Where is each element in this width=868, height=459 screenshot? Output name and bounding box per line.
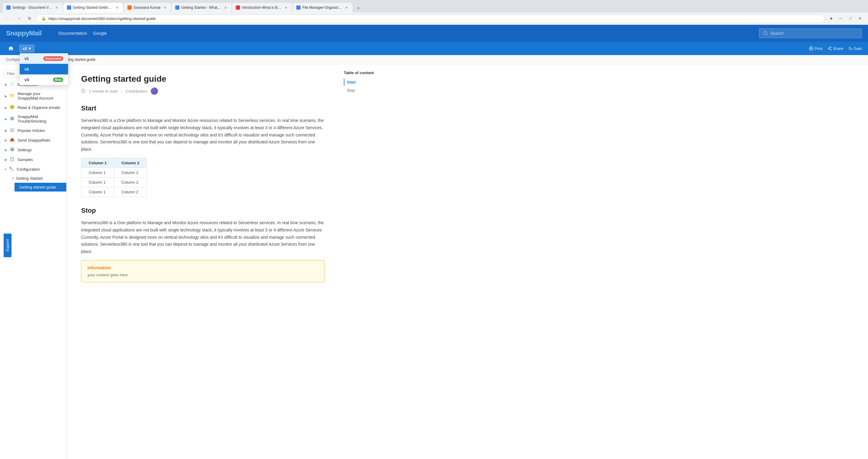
sidebar-item-getting-started[interactable]: ▾ Getting Started bbox=[7, 174, 66, 183]
browser-action-buttons: ★ — □ ✕ bbox=[827, 14, 864, 23]
tab-favicon bbox=[127, 5, 132, 10]
browser-tab-4[interactable]: Getting Started - What is Serv... ✕ bbox=[171, 2, 232, 12]
deprecated-badge: Deprecated bbox=[43, 56, 63, 61]
sidebar-item-getting-started-guide[interactable]: Getting started guide bbox=[14, 183, 66, 192]
contributors-label: Contributors bbox=[126, 89, 147, 94]
browser-tab-6[interactable]: File Manager-Organizing your f... ✕ bbox=[292, 2, 353, 12]
table-cell: Column 1 bbox=[82, 187, 114, 197]
info-box-title: Information bbox=[88, 265, 318, 270]
header-search[interactable]: Search bbox=[759, 28, 862, 38]
version-item-v2[interactable]: v2 bbox=[20, 64, 68, 74]
maximize-button[interactable]: □ bbox=[846, 14, 855, 23]
table-header-col2: Column 2 bbox=[114, 158, 147, 168]
logo-text: Snappy bbox=[6, 29, 29, 37]
sidebar-sub-configuration: ▾ Getting Started Getting started guide bbox=[0, 174, 66, 192]
section-stop-body: Serverless360 is a One platform to Manag… bbox=[81, 219, 324, 255]
config-icon: 🔧 bbox=[9, 166, 14, 172]
tab-close[interactable]: ✕ bbox=[115, 5, 120, 10]
tab-title: Getting Started - What is Serv... bbox=[181, 5, 221, 10]
tab-close[interactable]: ✕ bbox=[344, 5, 349, 10]
sidebar-label: SnappyMail TroubleShooting bbox=[18, 114, 61, 124]
tab-close[interactable]: ✕ bbox=[284, 5, 288, 10]
table-cell: Column 2 bbox=[114, 168, 147, 177]
refresh-button[interactable]: ↻ bbox=[25, 14, 34, 23]
dark-mode-button[interactable]: Dark bbox=[848, 46, 862, 51]
chevron-right-icon: ▶ bbox=[5, 83, 7, 86]
toc-item-stop[interactable]: Stop bbox=[344, 87, 389, 94]
toc-item-start[interactable]: Start bbox=[344, 79, 389, 86]
forward-button[interactable]: → bbox=[14, 14, 23, 23]
search-placeholder: Search bbox=[770, 31, 783, 36]
page-title: Getting started guide bbox=[81, 74, 324, 84]
print-icon bbox=[809, 46, 813, 51]
chevron-right-icon: ▶ bbox=[5, 106, 7, 109]
sidebar-label-active: Getting started guide bbox=[19, 185, 61, 189]
chevron-right-icon: ▶ bbox=[5, 158, 7, 161]
table-row: Column 1 Column 2 bbox=[82, 168, 147, 177]
chevron-down-icon: ▾ bbox=[5, 168, 6, 171]
share-label: Share bbox=[833, 46, 843, 51]
sidebar-item-popular[interactable]: ▶ 📰 Popular Articles bbox=[0, 126, 66, 135]
info-box-content: your content goes here bbox=[88, 273, 318, 277]
manage-icon: 📁 bbox=[10, 93, 15, 99]
sidebar-item-send[interactable]: ▶ 📤 Send SnappyMails bbox=[0, 135, 66, 145]
back-button[interactable]: ← bbox=[4, 14, 12, 23]
support-tab[interactable]: Support bbox=[4, 234, 11, 257]
settings-icon: ⚙️ bbox=[10, 147, 15, 153]
clock-icon bbox=[81, 89, 85, 93]
sidebar: ▶ 📄 Introduction ▶ 📁 Manage your SnappyM… bbox=[0, 64, 67, 459]
browser-tab-5[interactable]: Introduction-What is BizTalk... ✕ bbox=[232, 2, 292, 12]
version-dropdown[interactable]: v2 ▾ v1 Deprecated v2 v3 Beta bbox=[19, 45, 34, 52]
app-logo: SnappyMail bbox=[6, 29, 41, 37]
sidebar-sub-getting-started: Getting started guide bbox=[7, 183, 66, 192]
read-time: 1 minute to read bbox=[89, 89, 117, 94]
sidebar-label: Configuration bbox=[17, 167, 61, 171]
header-nav: Documentation Google bbox=[58, 30, 106, 37]
table-cell: Column 2 bbox=[114, 187, 147, 197]
sidebar-label: Manage your SnappyMail Account bbox=[18, 91, 61, 100]
sidebar-item-manage[interactable]: ▶ 📁 Manage your SnappyMail Account bbox=[0, 89, 66, 103]
nav-item-google[interactable]: Google bbox=[93, 30, 106, 37]
version-label-v2: v2 bbox=[25, 67, 29, 71]
share-button[interactable]: Share bbox=[828, 46, 843, 51]
browser-tab-1[interactable]: Settings - Document Versions - ✕ bbox=[2, 2, 63, 12]
svg-line-7 bbox=[829, 47, 830, 48]
app-header: SnappyMail Documentation Google Search bbox=[0, 25, 868, 42]
version-item-v1[interactable]: v1 Deprecated bbox=[20, 53, 68, 64]
tab-title: Introduction-What is BizTalk... bbox=[242, 5, 282, 10]
send-icon: 📤 bbox=[10, 137, 15, 143]
logo-text-accent: Mail bbox=[29, 29, 41, 37]
data-table: Column 1 Column 2 Column 1 Column 2 Colu… bbox=[81, 158, 147, 197]
nav-item-documentation[interactable]: Documentation bbox=[58, 30, 87, 37]
sidebar-item-configuration[interactable]: ▾ 🔧 Configuration bbox=[0, 164, 66, 174]
extensions-button[interactable]: ★ bbox=[827, 14, 835, 23]
browser-tabs: Settings - Document Versions - ✕ Getting… bbox=[0, 0, 868, 12]
sidebar-item-read-organize[interactable]: ▶ 😊 Read & Organize emails bbox=[0, 103, 66, 112]
read-icon: 😊 bbox=[10, 105, 15, 110]
home-button[interactable] bbox=[6, 43, 16, 53]
sidebar-item-troubleshooting[interactable]: ▶ ⚙️ SnappyMail TroubleShooting bbox=[0, 112, 66, 126]
address-bar[interactable]: 🔒 https://snappymail.document360.io/docs… bbox=[36, 14, 825, 23]
section-start-body: Serverless360 is a One platform to Manag… bbox=[81, 117, 324, 153]
new-tab-button[interactable]: + bbox=[354, 4, 363, 12]
table-row: Column 1 Column 2 bbox=[82, 177, 147, 187]
table-cell: Column 1 bbox=[82, 168, 114, 177]
tab-close[interactable]: ✕ bbox=[162, 5, 167, 10]
sidebar-item-settings[interactable]: ▶ ⚙️ Settings bbox=[0, 145, 66, 155]
close-window-button[interactable]: ✕ bbox=[856, 14, 864, 23]
minimize-button[interactable]: — bbox=[837, 14, 845, 23]
browser-tab-2[interactable]: Getting Started-Getting started ... ✕ bbox=[63, 2, 123, 12]
sidebar-item-samples[interactable]: ▶ 📋 Samples bbox=[0, 155, 66, 164]
section-stop: Stop Serverless360 is a One platform to … bbox=[81, 207, 324, 282]
chevron-right-icon: ▶ bbox=[5, 94, 7, 98]
version-item-v3[interactable]: v3 Beta bbox=[20, 74, 68, 85]
tab-close[interactable]: ✕ bbox=[54, 5, 59, 10]
table-cell: Column 2 bbox=[114, 177, 147, 187]
tab-close[interactable]: ✕ bbox=[223, 5, 228, 10]
meta-separator: | bbox=[121, 89, 122, 94]
chevron-right-icon: ▶ bbox=[5, 118, 7, 121]
url-text: https://snappymail.document360.io/docs/g… bbox=[49, 17, 156, 21]
tab-favicon bbox=[236, 5, 240, 10]
print-button[interactable]: Print bbox=[809, 46, 823, 51]
browser-tab-3[interactable]: Saravana Kumar ✕ bbox=[123, 2, 171, 12]
